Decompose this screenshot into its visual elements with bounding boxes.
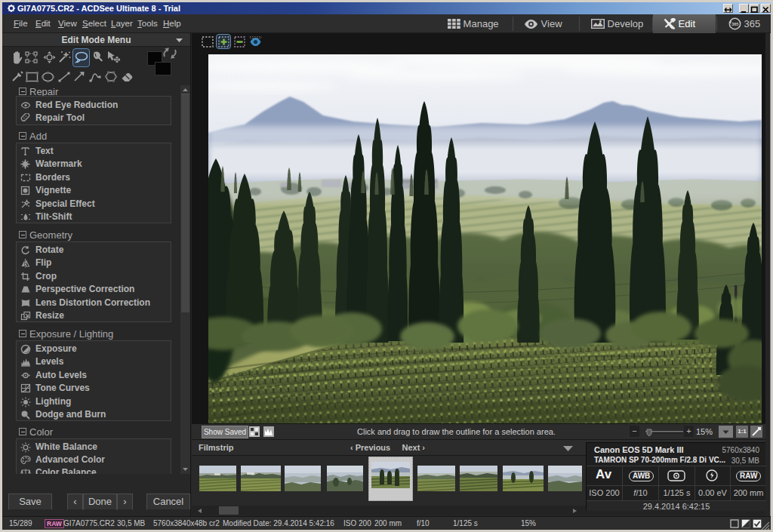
svg-text:365: 365 [731, 22, 738, 26]
